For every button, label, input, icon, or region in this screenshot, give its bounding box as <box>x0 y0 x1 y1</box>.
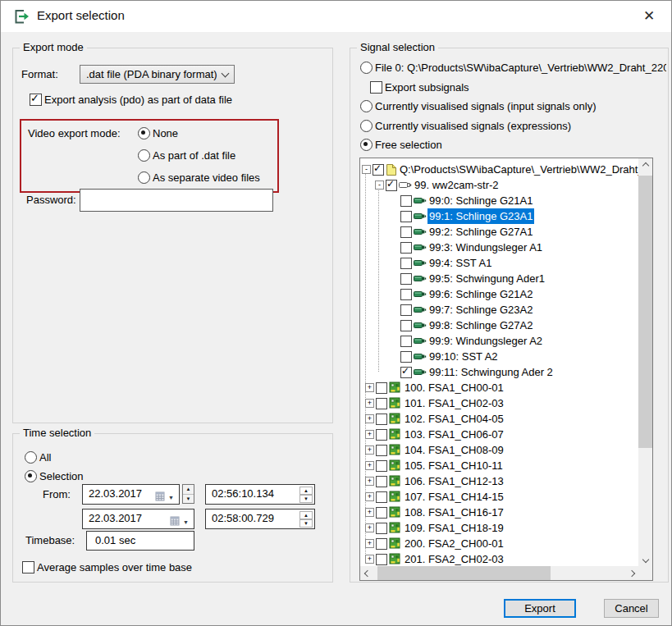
spin-down-icon[interactable]: ▼ <box>183 495 194 504</box>
tree-item-checkbox[interactable] <box>400 273 412 285</box>
tree-item-checkbox[interactable] <box>400 367 412 378</box>
tree-item-label[interactable]: 99:6: Schlinge G21A2 <box>427 286 534 302</box>
tree-item[interactable]: + 108. FSA1_CH16-17 <box>360 505 638 520</box>
horizontal-scrollbar[interactable] <box>360 566 638 580</box>
tree-item-checkbox[interactable] <box>376 507 387 519</box>
tree-item[interactable]: 99:5: Schwingung Ader1 <box>360 271 638 286</box>
tree-item-label[interactable]: 101. FSA1_CH02-03 <box>403 395 505 411</box>
tree-item[interactable]: 99:11: Schwingung Ader 2 <box>360 364 638 380</box>
tree-item-checkbox[interactable] <box>376 538 387 550</box>
export-button[interactable]: Export <box>504 599 576 618</box>
tree-item-label[interactable]: 99:7: Schlinge G23A2 <box>427 302 534 318</box>
password-input[interactable] <box>80 189 273 212</box>
radio-time-all[interactable] <box>25 451 37 464</box>
tree-item-checkbox[interactable] <box>400 195 412 207</box>
tree-item-checkbox[interactable] <box>386 180 397 191</box>
timebase-input[interactable]: 0.01 sec <box>86 531 194 551</box>
tree-item-checkbox[interactable] <box>376 460 387 472</box>
tree-item[interactable]: 99:0: Schlinge G21A1 <box>360 193 638 208</box>
tree-item-checkbox[interactable] <box>400 351 412 363</box>
tree-item[interactable]: + 100. FSA1_CH00-01 <box>360 380 638 395</box>
expander-icon[interactable]: + <box>365 383 374 392</box>
tree-item-label[interactable]: 99:0: Schlinge G21A1 <box>427 193 534 208</box>
scroll-up-icon[interactable] <box>638 158 652 172</box>
tree-item-checkbox[interactable] <box>376 414 387 425</box>
spin-up-icon[interactable]: ▲ <box>299 511 313 519</box>
tree-item-label[interactable]: 105. FSA1_CH10-11 <box>403 458 505 473</box>
tree-item-checkbox[interactable] <box>376 476 387 487</box>
export-analysis-checkbox[interactable] <box>30 94 42 106</box>
spin-down-icon[interactable]: ▼ <box>299 519 313 528</box>
tree-item-checkbox[interactable] <box>376 554 387 565</box>
radio-video-none[interactable] <box>138 127 150 139</box>
radio-video-separate[interactable] <box>138 171 150 184</box>
tree-item-label[interactable]: 99:11: Schwingung Ader 2 <box>427 364 555 380</box>
to-time-input[interactable]: 02:58:00.729 ▲ ▼ <box>205 509 315 529</box>
tree-item-checkbox[interactable] <box>376 382 387 394</box>
tree-item-checkbox[interactable] <box>400 258 412 269</box>
tree-item[interactable]: + 103. FSA1_CH06-07 <box>360 427 638 442</box>
tree-item-checkbox[interactable] <box>400 289 412 300</box>
horizontal-scrollbar-thumb[interactable] <box>377 566 551 580</box>
tree-item[interactable]: 99:2: Schlinge G27A1 <box>360 224 638 240</box>
expander-icon[interactable]: - <box>362 165 371 174</box>
tree-item-checkbox[interactable] <box>400 320 412 331</box>
expander-icon[interactable]: + <box>365 461 374 470</box>
vertical-scrollbar[interactable] <box>638 158 652 566</box>
tree-item-label[interactable]: 99:10: SST A2 <box>427 349 500 364</box>
tree-item-checkbox[interactable] <box>373 164 384 176</box>
scroll-right-icon[interactable] <box>624 566 638 580</box>
expander-icon[interactable]: + <box>365 399 374 408</box>
tree-item-label[interactable]: 103. FSA1_CH06-07 <box>403 427 505 442</box>
tree-item[interactable]: 99:3: Windungsleger A1 <box>360 240 638 255</box>
tree-item-label[interactable]: 200. FSA2_CH00-01 <box>403 536 505 551</box>
tree-item[interactable]: 99:6: Schlinge G21A2 <box>360 286 638 302</box>
expander-icon[interactable]: + <box>365 477 374 486</box>
radio-visualised-input[interactable] <box>360 100 373 112</box>
expander-icon[interactable]: + <box>365 414 374 423</box>
tree-item[interactable]: - Q:\Products\SW\ibaCapture\_Vertrieb\WW… <box>360 162 638 177</box>
tree-item-checkbox[interactable] <box>376 398 387 409</box>
spin-down-icon[interactable]: ▼ <box>299 495 313 503</box>
tree-item[interactable]: 99:7: Schlinge G23A2 <box>360 302 638 318</box>
close-icon[interactable]: ✕ <box>640 7 658 25</box>
tree-item[interactable]: 99:1: Schlinge G23A1 <box>360 208 638 224</box>
expander-icon[interactable]: - <box>375 180 384 190</box>
tree-item-label[interactable]: 106. FSA1_CH12-13 <box>403 473 505 489</box>
tree-item-checkbox[interactable] <box>376 429 387 441</box>
tree-item-label[interactable]: 108. FSA1_CH16-17 <box>403 505 505 520</box>
radio-visualised-expr[interactable] <box>360 120 373 132</box>
tree-item-label[interactable]: 99. ww2cam-str-2 <box>413 177 501 193</box>
calendar-dropdown-icon[interactable]: ▼ <box>168 489 174 507</box>
radio-time-selection[interactable] <box>25 470 37 482</box>
tree-item-label[interactable]: 99:3: Windungsleger A1 <box>427 240 544 255</box>
tree-item-checkbox[interactable] <box>400 211 412 222</box>
tree-item[interactable]: + 201. FSA2_CH02-03 <box>360 551 638 566</box>
tree-item-checkbox[interactable] <box>400 336 412 347</box>
tree-item[interactable]: + 200. FSA2_CH00-01 <box>360 536 638 551</box>
tree-item[interactable]: + 109. FSA1_CH18-19 <box>360 520 638 536</box>
tree-item-label[interactable]: 102. FSA1_CH04-05 <box>403 411 505 427</box>
from-date-picker[interactable]: 22.03.2017 ▼ <box>82 484 180 505</box>
tree-item-label[interactable]: 99:5: Schwingung Ader1 <box>427 271 546 286</box>
tree-item-label[interactable]: 99:2: Schlinge G27A1 <box>427 224 534 240</box>
tree-item[interactable]: - 99. ww2cam-str-2 <box>360 177 638 193</box>
tree-item[interactable]: 99:4: SST A1 <box>360 255 638 271</box>
tree-item[interactable]: + 106. FSA1_CH12-13 <box>360 473 638 489</box>
tree-item[interactable]: + 104. FSA1_CH08-09 <box>360 442 638 458</box>
expander-icon[interactable]: + <box>365 508 374 517</box>
tree-item-label[interactable]: 99:8: Schlinge G27A2 <box>427 318 534 333</box>
calendar-dropdown-icon[interactable]: ▼ <box>183 514 189 532</box>
tree-item-label[interactable]: 109. FSA1_CH18-19 <box>403 520 505 536</box>
average-samples-checkbox[interactable] <box>22 561 34 573</box>
tree-item[interactable]: 99:9: Windungsleger A2 <box>360 333 638 349</box>
vertical-scrollbar-thumb[interactable] <box>638 176 652 448</box>
tree-item-checkbox[interactable] <box>376 523 387 534</box>
tree-item[interactable]: + 101. FSA1_CH02-03 <box>360 395 638 411</box>
cancel-button[interactable]: Cancel <box>604 599 659 618</box>
expander-icon[interactable]: + <box>365 555 374 564</box>
calendar-icon[interactable] <box>154 489 165 507</box>
radio-video-dat[interactable] <box>138 149 150 162</box>
expander-icon[interactable]: + <box>365 430 374 439</box>
radio-file0[interactable] <box>360 62 373 74</box>
